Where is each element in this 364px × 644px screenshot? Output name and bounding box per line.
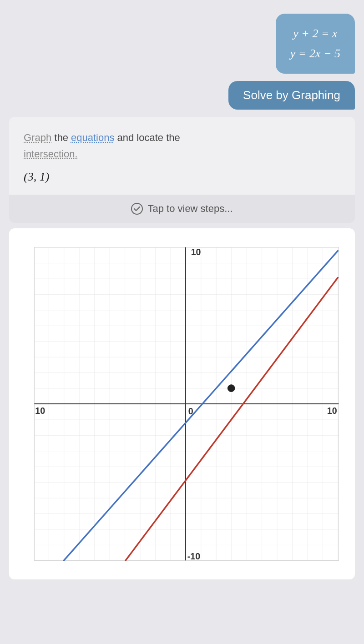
check-circle-icon	[131, 203, 143, 215]
tap-steps-button[interactable]: Tap to view steps...	[9, 195, 355, 223]
tap-steps-label: Tap to view steps...	[147, 203, 233, 215]
equation-text: y + 2 = x y = 2x − 5	[290, 24, 340, 64]
intersection-word: intersection.	[24, 148, 78, 160]
page-container: y + 2 = x y = 2x − 5 Solve by Graphing G…	[0, 0, 364, 644]
graph-container: 10 -10 10 10 0	[9, 228, 355, 579]
solve-by-graphing-bubble[interactable]: Solve by Graphing	[228, 81, 355, 110]
equations-word: equations	[71, 132, 114, 143]
tap-steps-text: Tap to view steps...	[17, 203, 347, 215]
x-max-label: 10	[327, 405, 337, 415]
equation1: y + 2 = x	[293, 27, 337, 40]
graph-word: Graph	[24, 132, 51, 143]
y-max-label: 10	[191, 247, 201, 257]
graph-svg: 10 -10 10 10 0	[16, 236, 348, 572]
the-word: the	[54, 132, 71, 143]
x-min-label: 10	[35, 405, 45, 415]
y-min-label: -10	[187, 551, 200, 561]
and-locate: and locate the	[117, 132, 180, 143]
svg-point-0	[131, 203, 142, 214]
response-bubble: Graph the equations and locate the inter…	[9, 117, 355, 194]
solve-label: Solve by Graphing	[243, 88, 340, 102]
response-container: Graph the equations and locate the inter…	[9, 117, 355, 579]
answer-text: (3, 1)	[24, 170, 340, 184]
user-equation-bubble: y + 2 = x y = 2x − 5	[276, 14, 355, 74]
intersection-point	[228, 384, 235, 392]
equation2: y = 2x − 5	[290, 47, 340, 60]
description-text: Graph the equations and locate the inter…	[24, 130, 340, 161]
graph-svg-wrapper: 10 -10 10 10 0	[16, 236, 348, 572]
